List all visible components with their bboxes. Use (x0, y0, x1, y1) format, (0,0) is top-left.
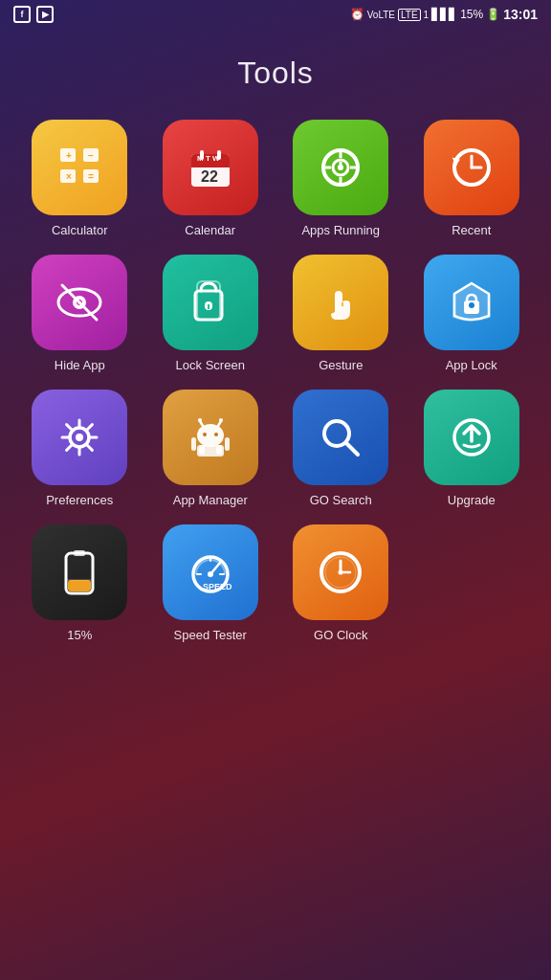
upgrade-icon (424, 390, 519, 485)
svg-point-69 (339, 570, 343, 575)
go-clock-icon (293, 524, 388, 620)
svg-text:22: 22 (201, 168, 218, 185)
app-item-lock-screen[interactable]: Lock Screen (150, 255, 272, 372)
signal-bars: ▋▋▋ (431, 8, 457, 21)
speed-tester-icon: SPEED (163, 524, 258, 620)
lte-label: LTE (398, 9, 421, 21)
svg-point-36 (469, 302, 474, 308)
app-manager-label: App Manager (173, 493, 248, 507)
status-left-icons: f ▶ (13, 6, 54, 23)
app-item-preferences[interactable]: Preferences (19, 390, 141, 507)
apps-grid: + − × = Calculator 22 M T W Calendar (0, 120, 551, 642)
volte-label: VoLTE (367, 10, 395, 20)
app-item-go-clock[interactable]: GO Clock (280, 524, 402, 642)
calculator-icon: + − × = (32, 120, 127, 215)
svg-rect-49 (191, 437, 196, 451)
svg-text:SPEED: SPEED (203, 582, 232, 591)
battery-icon-app (32, 524, 127, 620)
gesture-icon (293, 255, 388, 350)
app-lock-icon (424, 255, 519, 350)
sim-label: 1 (424, 10, 430, 20)
app-item-calendar[interactable]: 22 M T W Calendar (150, 120, 272, 237)
apps-running-icon (293, 120, 388, 215)
app-item-gesture[interactable]: Gesture (280, 255, 402, 372)
svg-text:=: = (88, 171, 94, 182)
page-title: Tools (0, 56, 551, 91)
app-item-upgrade[interactable]: Upgrade (411, 390, 533, 507)
svg-point-22 (338, 165, 343, 170)
svg-point-41 (214, 433, 218, 436)
svg-rect-56 (68, 580, 91, 591)
hide-app-icon (32, 255, 127, 350)
svg-line-52 (346, 443, 358, 455)
svg-text:−: − (88, 150, 94, 161)
svg-rect-48 (197, 445, 224, 457)
recent-icon (424, 120, 519, 215)
svg-text:M T W: M T W (197, 154, 220, 163)
svg-rect-55 (74, 550, 85, 556)
app-item-battery[interactable]: 15% (19, 524, 141, 642)
app-item-app-lock[interactable]: App Lock (411, 255, 533, 372)
go-clock-label: GO Clock (314, 628, 367, 642)
go-search-icon (293, 390, 388, 485)
svg-point-39 (197, 424, 224, 447)
status-right-info: ⏰ VoLTE LTE 1 ▋▋▋ 15% 🔋 13:01 (350, 7, 538, 22)
svg-text:+: + (66, 150, 72, 161)
svg-rect-50 (225, 437, 230, 451)
lock-screen-icon (163, 255, 258, 350)
upgrade-label: Upgrade (448, 493, 496, 507)
app-lock-label: App Lock (446, 358, 497, 372)
gesture-label: Gesture (319, 358, 363, 372)
app-item-apps-running[interactable]: Apps Running (280, 120, 402, 237)
hide-app-label: Hide App (55, 358, 105, 372)
apps-running-label: Apps Running (301, 223, 380, 237)
battery-icon: 🔋 (486, 8, 500, 21)
svg-point-44 (198, 418, 202, 422)
recent-label: Recent (452, 223, 491, 237)
go-search-label: GO Search (310, 493, 372, 507)
alarm-icon: ⏰ (350, 8, 364, 21)
app-item-go-search[interactable]: GO Search (280, 390, 402, 507)
svg-point-45 (219, 418, 223, 422)
calendar-label: Calendar (185, 223, 235, 237)
time-display: 13:01 (503, 7, 538, 22)
app-manager-icon (163, 390, 258, 485)
svg-point-63 (208, 571, 213, 577)
app-item-calculator[interactable]: + − × = Calculator (19, 120, 141, 237)
status-bar: f ▶ ⏰ VoLTE LTE 1 ▋▋▋ 15% 🔋 13:01 (0, 0, 551, 27)
svg-point-38 (76, 434, 83, 441)
image-icon: ▶ (36, 6, 54, 23)
battery-label: 15% (67, 628, 92, 642)
calendar-icon: 22 M T W (163, 120, 258, 215)
battery-percent: 15% (460, 8, 483, 21)
app-item-recent[interactable]: Recent (411, 120, 533, 237)
speed-tester-label: Speed Tester (174, 628, 247, 642)
svg-text:×: × (66, 171, 72, 182)
lock-screen-label: Lock Screen (176, 358, 245, 372)
facebook-icon: f (13, 6, 31, 23)
calculator-label: Calculator (52, 223, 108, 237)
app-item-hide-app[interactable]: Hide App (19, 255, 141, 372)
svg-point-40 (203, 433, 207, 436)
preferences-icon (32, 390, 127, 485)
preferences-label: Preferences (46, 493, 113, 507)
app-item-speed-tester[interactable]: SPEED Speed Tester (150, 524, 272, 642)
app-item-app-manager[interactable]: App Manager (150, 390, 272, 507)
